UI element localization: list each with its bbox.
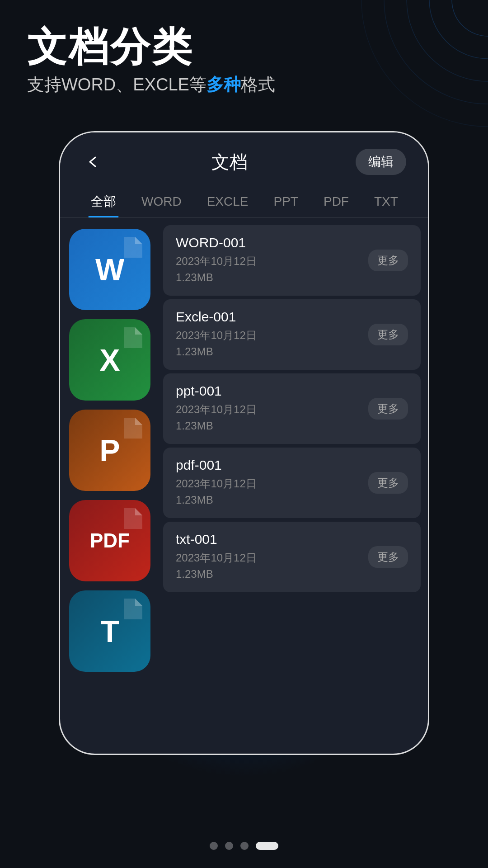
file-info-pdf: pdf-001 2023年10月12日1.23MB xyxy=(176,458,257,508)
more-btn-txt[interactable]: 更多 xyxy=(368,546,408,568)
file-name-ppt: ppt-001 xyxy=(176,383,257,399)
tab-bar: 全部 WORD EXCLE PPT PDF TXT xyxy=(60,186,428,218)
phone-inner: 文档 编辑 全部 WORD EXCLE PPT PDF TXT W xyxy=(60,132,428,754)
file-meta-txt: 2023年10月12日1.23MB xyxy=(176,550,257,582)
page-title: 文档分类 xyxy=(27,27,275,67)
file-info-excle: Excle-001 2023年10月12日1.23MB xyxy=(176,309,257,360)
subtitle-after: 格式 xyxy=(241,75,275,94)
tab-txt[interactable]: TXT xyxy=(361,187,411,216)
tab-excle[interactable]: EXCLE xyxy=(194,187,261,216)
indicator-4[interactable] xyxy=(256,842,278,850)
svg-point-2 xyxy=(407,0,488,81)
tab-ppt[interactable]: PPT xyxy=(261,187,310,216)
file-item-word[interactable]: WORD-001 2023年10月12日1.23MB 更多 xyxy=(163,225,421,296)
phone-header: 文档 编辑 xyxy=(60,132,428,186)
file-name-excle: Excle-001 xyxy=(176,309,257,325)
pdf-icon-letter: PDF xyxy=(90,529,130,552)
file-meta-ppt: 2023年10月12日1.23MB xyxy=(176,401,257,434)
edit-button[interactable]: 编辑 xyxy=(356,149,406,175)
file-name-pdf: pdf-001 xyxy=(176,458,257,473)
file-info-txt: txt-001 2023年10月12日1.23MB xyxy=(176,532,257,582)
svg-point-0 xyxy=(452,0,488,36)
file-item-txt[interactable]: txt-001 2023年10月12日1.23MB 更多 xyxy=(163,522,421,592)
excel-icon-letter: X xyxy=(99,342,120,377)
icons-column: W X P xyxy=(60,218,160,754)
word-icon-letter: W xyxy=(95,252,124,287)
content-area: W X P xyxy=(60,218,428,754)
file-item-pdf[interactable]: pdf-001 2023年10月12日1.23MB 更多 xyxy=(163,448,421,518)
page-subtitle: 支持WORD、EXCLE等多种格式 xyxy=(27,73,275,96)
word-icon[interactable]: W xyxy=(69,229,150,310)
tab-word[interactable]: WORD xyxy=(129,187,194,216)
file-list: WORD-001 2023年10月12日1.23MB 更多 Excle-001 … xyxy=(160,218,428,754)
file-item-ppt[interactable]: ppt-001 2023年10月12日1.23MB 更多 xyxy=(163,373,421,444)
svg-point-1 xyxy=(429,0,488,59)
indicator-2[interactable] xyxy=(225,842,233,850)
file-item-excle[interactable]: Excle-001 2023年10月12日1.23MB 更多 xyxy=(163,299,421,370)
page-header: 文档分类 支持WORD、EXCLE等多种格式 xyxy=(27,27,275,96)
file-meta-word: 2023年10月12日1.23MB xyxy=(176,253,257,286)
tab-pdf[interactable]: PDF xyxy=(311,187,361,216)
bg-decoration xyxy=(343,0,488,145)
more-btn-ppt[interactable]: 更多 xyxy=(368,398,408,420)
tab-all[interactable]: 全部 xyxy=(78,186,129,217)
phone-mockup: 文档 编辑 全部 WORD EXCLE PPT PDF TXT W xyxy=(59,131,429,755)
txt-icon[interactable]: T xyxy=(69,590,150,672)
pdf-icon[interactable]: PDF xyxy=(69,500,150,581)
ppt-icon-letter: P xyxy=(99,433,120,468)
back-button[interactable] xyxy=(82,151,103,173)
more-btn-word[interactable]: 更多 xyxy=(368,250,408,271)
svg-point-4 xyxy=(361,0,488,127)
file-name-word: WORD-001 xyxy=(176,235,257,250)
subtitle-before: 支持WORD、EXCLE等 xyxy=(27,75,206,94)
phone-title: 文档 xyxy=(211,150,248,175)
indicator-3[interactable] xyxy=(240,842,249,850)
file-name-txt: txt-001 xyxy=(176,532,257,547)
txt-icon-letter: T xyxy=(100,613,119,649)
ppt-icon[interactable]: P xyxy=(69,410,150,491)
file-info-ppt: ppt-001 2023年10月12日1.23MB xyxy=(176,383,257,434)
file-meta-excle: 2023年10月12日1.23MB xyxy=(176,327,257,360)
more-btn-excle[interactable]: 更多 xyxy=(368,324,408,345)
excel-icon[interactable]: X xyxy=(69,319,150,401)
file-meta-pdf: 2023年10月12日1.23MB xyxy=(176,476,257,508)
page-indicators xyxy=(210,842,278,850)
indicator-1[interactable] xyxy=(210,842,218,850)
subtitle-highlight: 多种 xyxy=(206,75,241,94)
svg-point-3 xyxy=(384,0,488,104)
more-btn-pdf[interactable]: 更多 xyxy=(368,472,408,494)
file-info-word: WORD-001 2023年10月12日1.23MB xyxy=(176,235,257,286)
